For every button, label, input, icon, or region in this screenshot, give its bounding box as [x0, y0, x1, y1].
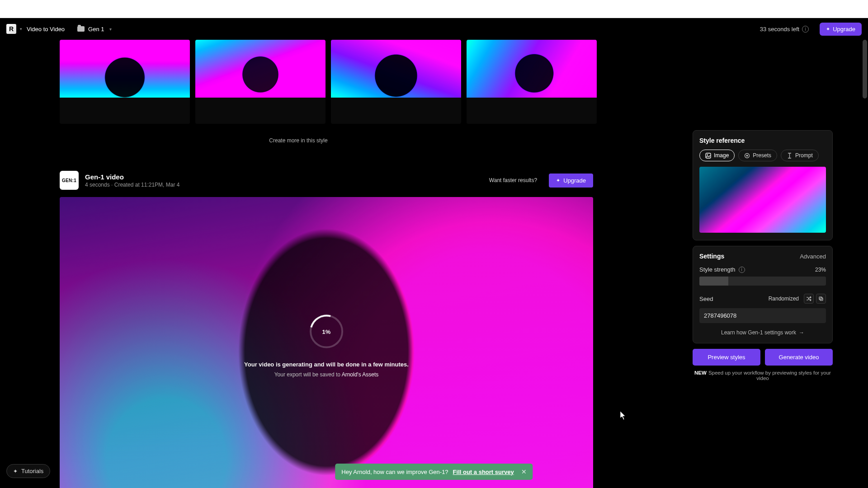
svg-point-3: [746, 155, 748, 156]
main-area: Create more in this style GEN:1 Gen-1 vi…: [0, 40, 868, 488]
browser-chrome-strip: [0, 0, 868, 18]
info-icon[interactable]: i: [739, 267, 745, 273]
image-icon: [705, 153, 711, 159]
video-section: GEN:1 Gen-1 video 4 seconds · Created at…: [60, 171, 593, 488]
chip-prompt[interactable]: Prompt: [781, 150, 819, 161]
shuffle-icon: [806, 296, 811, 301]
chip-prompt-label: Prompt: [795, 152, 813, 159]
chip-image-label: Image: [714, 152, 729, 159]
upgrade-label: Upgrade: [833, 26, 855, 33]
preview-tip-text: Speed up your workflow by previewing sty…: [708, 370, 831, 381]
chip-image[interactable]: Image: [699, 150, 735, 161]
toast-link[interactable]: Fill out a short survey: [453, 469, 514, 475]
toast-message: Hey Arnold, how can we improve Gen-1?: [341, 469, 448, 475]
tutorials-label: Tutorials: [21, 468, 43, 474]
app-topbar: R ▾ Video to Video Gen 1 ▾ 33 seconds le…: [0, 18, 868, 40]
chevron-down-icon[interactable]: ▾: [20, 27, 22, 31]
tutorials-button[interactable]: ✦ Tutorials: [6, 464, 50, 478]
sparkle-icon: ✦: [556, 178, 560, 183]
generating-message: Your video is generating and will be don…: [244, 361, 409, 368]
video-overlay: 1% Your video is generating and will be …: [244, 315, 409, 378]
right-panel: Style reference Image Presets: [693, 130, 833, 381]
learn-settings-link[interactable]: Learn how Gen-1 settings work→: [699, 329, 826, 336]
reference-image[interactable]: [699, 167, 826, 233]
gen1-badge: GEN:1: [60, 171, 79, 190]
seed-label: Seed: [699, 296, 713, 302]
upgrade-inline-label: Upgrade: [563, 177, 586, 184]
progress-percent: 1%: [311, 317, 341, 347]
action-buttons: Preview styles Generate video: [693, 349, 833, 366]
preview-styles-button[interactable]: Preview styles: [693, 349, 760, 366]
svg-point-1: [707, 154, 708, 155]
style-reference-chips: Image Presets Prompt: [699, 150, 826, 161]
style-strength-slider[interactable]: [699, 277, 826, 286]
copy-seed-button[interactable]: [816, 294, 826, 304]
survey-toast: Hey Arnold, how can we improve Gen-1? Fi…: [335, 464, 533, 480]
thumbnail-1[interactable]: [60, 40, 190, 124]
settings-title: Settings: [699, 253, 724, 260]
learn-settings-text: Learn how Gen-1 settings work: [721, 329, 796, 336]
meta-sep: ·: [110, 182, 114, 188]
tool-name: Video to Video: [27, 26, 65, 33]
thumbnail-3[interactable]: [331, 40, 461, 124]
svg-rect-5: [820, 298, 823, 300]
svg-rect-4: [819, 297, 822, 300]
chip-presets-label: Presets: [753, 152, 771, 159]
sparkle-icon: ✦: [13, 468, 18, 474]
video-created: Created at 11:21PM, Mar 4: [114, 182, 180, 188]
style-strength-value: 23%: [815, 267, 826, 273]
info-icon[interactable]: i: [802, 26, 809, 33]
settings-card: Settings Advanced Style strength i 23% S…: [693, 246, 833, 343]
video-meta: 4 seconds · Created at 11:21PM, Mar 4: [85, 182, 179, 188]
video-title: Gen-1 video: [85, 173, 179, 181]
chevron-down-icon: ▾: [109, 27, 112, 32]
seed-input[interactable]: [699, 308, 826, 323]
style-thumbnails: [0, 40, 868, 124]
folder-icon: [77, 26, 85, 32]
presets-icon: [744, 153, 750, 159]
style-reference-title: Style reference: [699, 137, 826, 144]
seconds-left-indicator: 33 seconds left i: [760, 26, 809, 33]
sparkle-icon: ✦: [826, 26, 830, 32]
style-reference-card: Style reference Image Presets: [693, 130, 833, 240]
seed-status: Randomized: [769, 296, 799, 302]
video-preview: 1% Your video is generating and will be …: [60, 197, 593, 488]
upgrade-inline-button[interactable]: ✦ Upgrade: [549, 174, 593, 188]
preview-tip: NEWSpeed up your workflow by previewing …: [693, 370, 833, 381]
chip-presets[interactable]: Presets: [738, 150, 777, 161]
style-strength-fill: [699, 277, 728, 286]
video-titles: Gen-1 video 4 seconds · Created at 11:21…: [85, 173, 179, 188]
copy-icon: [818, 296, 824, 301]
project-switcher[interactable]: Gen 1 ▾: [77, 26, 111, 33]
advanced-link[interactable]: Advanced: [800, 253, 826, 260]
arrow-right-icon: →: [799, 329, 804, 336]
export-message: Your export will be saved to Arnold's As…: [244, 371, 409, 378]
app-logo[interactable]: R: [6, 24, 16, 34]
seconds-left-text: 33 seconds left: [760, 26, 799, 33]
upgrade-button[interactable]: ✦ Upgrade: [820, 23, 862, 36]
video-duration: 4 seconds: [85, 182, 110, 188]
progress-ring: 1%: [310, 315, 343, 348]
app-root: R ▾ Video to Video Gen 1 ▾ 33 seconds le…: [0, 18, 868, 488]
thumbnail-2[interactable]: [195, 40, 326, 124]
close-icon[interactable]: ✕: [521, 468, 527, 475]
prompt-icon: [787, 153, 793, 159]
project-name: Gen 1: [88, 26, 104, 33]
export-prefix: Your export will be saved to: [274, 371, 342, 378]
style-strength-label: Style strength: [699, 266, 736, 273]
scrollbar[interactable]: [863, 40, 867, 99]
generate-video-button[interactable]: Generate video: [765, 349, 833, 366]
video-header: GEN:1 Gen-1 video 4 seconds · Created at…: [60, 171, 593, 190]
thumbnail-4[interactable]: [467, 40, 597, 124]
faster-results-text: Want faster results?: [489, 177, 537, 183]
new-badge: NEW: [694, 370, 707, 375]
export-target-link[interactable]: Arnold's Assets: [342, 371, 379, 378]
shuffle-seed-button[interactable]: [804, 294, 814, 304]
